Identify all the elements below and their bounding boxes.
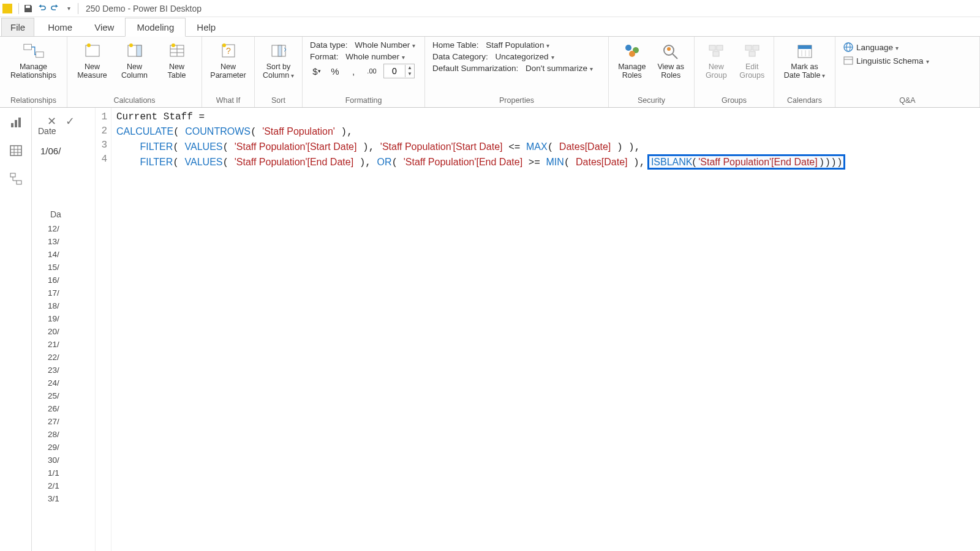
format-dropdown[interactable]: Format: Whole number: [310, 52, 417, 61]
decimal-places-input[interactable]: ▲▼: [383, 64, 415, 78]
qat-dropdown-icon[interactable]: ▾: [62, 2, 75, 15]
data-row: 25/: [48, 391, 95, 404]
svg-rect-48: [17, 181, 21, 184]
svg-point-22: [667, 47, 671, 51]
group-properties-label: Properties: [425, 95, 608, 107]
group-groups-label: Groups: [695, 95, 774, 107]
svg-rect-30: [798, 45, 812, 49]
data-row: 15/: [48, 263, 95, 276]
group-qa-label: Q&A: [835, 95, 979, 107]
svg-rect-40: [15, 120, 17, 127]
manage-relationships-button[interactable]: Manage Relationships: [4, 39, 63, 80]
svg-rect-2: [86, 45, 99, 56]
view-rail: [0, 108, 32, 551]
svg-point-3: [87, 43, 91, 47]
home-table-dropdown[interactable]: Home Table: Staff Population: [432, 40, 601, 50]
default-summarization-dropdown[interactable]: Default Summarization: Don't summarize: [432, 64, 601, 73]
measure-icon: [82, 40, 103, 61]
tab-view[interactable]: View: [83, 18, 125, 36]
svg-rect-0: [23, 44, 31, 50]
svg-rect-16: [278, 45, 282, 56]
tab-help[interactable]: Help: [186, 18, 227, 36]
undo-icon[interactable]: [35, 2, 48, 15]
data-row: 23/: [48, 365, 95, 378]
svg-rect-23: [709, 45, 715, 50]
mark-as-date-table-button[interactable]: Mark as Date Table: [783, 39, 826, 80]
data-type-dropdown[interactable]: Data type: Whole Number: [310, 40, 417, 50]
svg-rect-39: [11, 123, 13, 127]
title-bar: ▾ 250 Demo - Power BI Desktop: [0, 0, 980, 17]
svg-rect-47: [10, 173, 15, 177]
data-row: 22/: [48, 353, 95, 365]
data-preview-strip: Date 1/06/ Da 12/13/14/15/16/17/18/19/20…: [32, 108, 96, 551]
relationships-icon: [23, 40, 44, 61]
workspace: Date 1/06/ Da 12/13/14/15/16/17/18/19/20…: [0, 108, 980, 551]
data-row: 30/: [48, 455, 95, 468]
data-row: 19/: [48, 314, 95, 327]
save-icon[interactable]: [21, 2, 35, 15]
group-relationships-label: Relationships: [0, 95, 67, 107]
thousands-button[interactable]: ,: [347, 64, 360, 78]
group-calendars-label: Calendars: [774, 95, 835, 107]
data-view-icon[interactable]: [7, 142, 24, 159]
data-category-dropdown[interactable]: Data Category: Uncategorized: [432, 52, 601, 61]
svg-rect-41: [18, 118, 21, 127]
new-measure-button[interactable]: New Measure: [71, 39, 113, 80]
table-icon: [167, 40, 187, 61]
svg-rect-24: [717, 45, 723, 50]
calendar-icon: [794, 40, 815, 61]
percent-button[interactable]: %: [328, 64, 342, 78]
decimal-icon: .00: [365, 64, 379, 78]
new-table-button[interactable]: New Table: [156, 39, 198, 80]
svg-point-6: [129, 43, 133, 47]
language-dropdown[interactable]: Language: [843, 42, 929, 53]
model-view-icon[interactable]: [7, 170, 24, 187]
data-row: 14/: [48, 250, 95, 263]
tab-home[interactable]: Home: [37, 18, 83, 36]
edit-groups-button[interactable]: Edit Groups: [734, 39, 771, 80]
data-row: 29/: [48, 443, 95, 455]
svg-rect-26: [745, 45, 752, 50]
column-icon: [124, 40, 145, 61]
data-row: 2/1: [48, 481, 95, 494]
svg-point-17: [625, 45, 631, 51]
svg-point-14: [222, 43, 226, 47]
secondary-column-header: Da: [50, 209, 61, 219]
data-row: 24/: [48, 378, 95, 391]
formula-commit-icon[interactable]: ✓: [62, 114, 77, 129]
formula-editor[interactable]: Current Staff = CALCULATE( COUNTROWS( 'S…: [111, 108, 844, 551]
line-gutter: 1234: [96, 108, 111, 551]
svg-rect-27: [753, 45, 759, 50]
data-row: 3/1: [48, 494, 95, 507]
data-row: 27/: [48, 417, 95, 430]
report-view-icon[interactable]: [7, 114, 24, 131]
globe-icon: [843, 42, 854, 53]
parameter-icon: ?: [218, 40, 239, 61]
new-group-button[interactable]: New Group: [698, 39, 734, 80]
data-row: 17/: [48, 288, 95, 301]
tab-file[interactable]: File: [1, 18, 34, 36]
view-as-roles-button[interactable]: View as Roles: [652, 39, 691, 80]
sort-by-column-button[interactable]: Sort by Column: [258, 39, 298, 80]
spin-down-icon[interactable]: ▼: [405, 71, 414, 77]
spin-up-icon[interactable]: ▲: [405, 65, 414, 71]
svg-line-21: [673, 54, 677, 59]
linguistic-schema-dropdown[interactable]: Linguistic Schema: [843, 55, 929, 66]
manage-roles-button[interactable]: Manage Roles: [612, 39, 652, 80]
redo-icon[interactable]: [48, 2, 62, 15]
currency-button[interactable]: $▾: [310, 64, 323, 78]
new-column-button[interactable]: New Column: [113, 39, 156, 80]
svg-rect-25: [713, 51, 719, 56]
new-parameter-button[interactable]: ? New Parameter: [207, 39, 250, 80]
data-row: 21/: [48, 340, 95, 353]
window-title: 250 Demo - Power BI Desktop: [86, 4, 202, 13]
tab-modeling[interactable]: Modeling: [125, 18, 186, 37]
data-row: 26/: [48, 404, 95, 417]
view-as-icon: [660, 40, 681, 61]
formula-cancel-icon[interactable]: ✕: [44, 114, 59, 129]
menu-bar: File Home View Modeling Help: [0, 17, 980, 37]
data-row: 1/1: [48, 468, 95, 481]
svg-rect-42: [10, 146, 21, 156]
group-sort-label: Sort: [255, 95, 302, 107]
manage-roles-icon: [622, 40, 643, 61]
